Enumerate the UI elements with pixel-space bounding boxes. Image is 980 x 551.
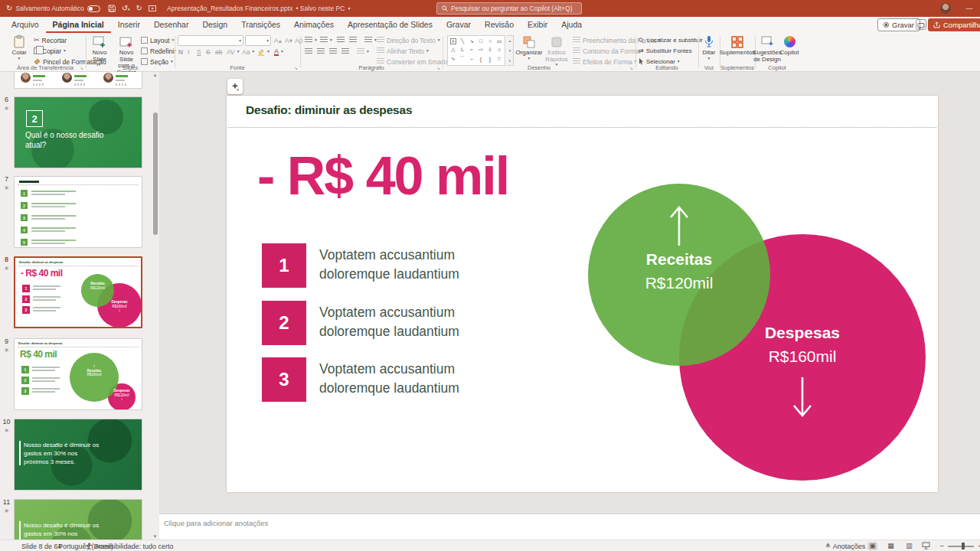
scroll-down-icon[interactable]: ▼ bbox=[152, 534, 158, 539]
list-item-number[interactable]: 2 bbox=[262, 301, 306, 345]
rounded-rect-shape-icon[interactable]: ▭ bbox=[497, 38, 502, 44]
thumbnail-slide-5[interactable] bbox=[14, 72, 142, 89]
align-right-button[interactable] bbox=[329, 47, 337, 57]
find-replace-button[interactable]: Localizar e substituir bbox=[639, 35, 703, 45]
accessibility-status[interactable]: Acessibilidade: tudo certo bbox=[86, 540, 174, 551]
columns-button[interactable]: ▾ bbox=[357, 47, 369, 57]
down-arrow-shape-icon[interactable]: ⇩ bbox=[488, 47, 492, 53]
align-left-button[interactable] bbox=[305, 47, 312, 57]
scroll-up-icon[interactable]: ▲ bbox=[152, 73, 158, 77]
rectangle-shape-icon[interactable]: □ bbox=[479, 38, 482, 44]
shapes-gallery-scroll[interactable]: ▴▾≡ bbox=[507, 35, 514, 66]
brace-right-shape-icon[interactable]: } bbox=[489, 57, 491, 62]
cut-button[interactable]: ✂Recortar bbox=[34, 35, 67, 45]
thumbnail-scrollbar[interactable]: ▲ ▼ bbox=[152, 72, 158, 540]
new-slide-button[interactable]: Novo Slide▾ bbox=[87, 34, 112, 67]
thumbnail-slide-9[interactable]: Desafio: diminuir as despesas R$ 40 mil … bbox=[14, 338, 142, 410]
redo-icon[interactable]: ↻ bbox=[136, 5, 142, 12]
oval-shape-icon[interactable]: ○ bbox=[488, 38, 492, 44]
line-shape-icon[interactable]: ╲ bbox=[461, 38, 464, 44]
thumbnail-slide-10[interactable]: Nosso desafio é diminuir os gastos em 30… bbox=[14, 419, 142, 491]
dialog-launcher-icon[interactable]: ↘ bbox=[629, 66, 633, 70]
list-item-number[interactable]: 3 bbox=[262, 357, 306, 402]
notes-pane[interactable]: Clique para adicionar anotações bbox=[159, 514, 980, 540]
text-direction-button[interactable]: Direção do Texto▾ bbox=[377, 35, 439, 45]
tab-arquivo[interactable]: Arquivo bbox=[5, 17, 46, 33]
tab-ajuda[interactable]: Ajuda bbox=[554, 17, 589, 33]
font-name-combo[interactable]: ▾ bbox=[178, 35, 243, 46]
record-button[interactable]: Gravar bbox=[877, 18, 920, 31]
scrollbar-thumb[interactable] bbox=[153, 112, 158, 235]
slideshow-from-start-icon[interactable] bbox=[149, 5, 156, 12]
tab-transicoes[interactable]: Transições bbox=[234, 17, 287, 33]
designer-button[interactable] bbox=[227, 79, 243, 94]
layout-button[interactable]: Layout▾ bbox=[141, 35, 174, 45]
textbox-shape-icon[interactable]: A bbox=[450, 38, 456, 44]
tilde-shape-icon[interactable]: ~ bbox=[470, 57, 473, 62]
design-ideas-button[interactable]: Sugestões de Design bbox=[755, 34, 779, 63]
list-item-text[interactable]: Voptatem accusantium doloremque laudanti… bbox=[319, 360, 488, 398]
arrange-button[interactable]: Organizar▾ bbox=[516, 34, 542, 60]
change-case-button[interactable]: Aa▾ bbox=[242, 47, 254, 57]
tab-exibir[interactable]: Exibir bbox=[521, 17, 554, 33]
align-center-button[interactable] bbox=[317, 47, 325, 57]
italic-button[interactable]: I bbox=[188, 47, 189, 57]
shrink-font-button[interactable]: A▾ bbox=[285, 35, 292, 45]
triangle-shape-icon[interactable]: △ bbox=[451, 47, 455, 53]
tab-pagina-inicial[interactable]: Página Inicial bbox=[46, 17, 111, 33]
thumbnail-slide-11[interactable]: Nosso desafio é diminuir os gastos em 30… bbox=[14, 499, 142, 540]
autosave-toggle[interactable] bbox=[87, 5, 100, 12]
arrow-shape-icon[interactable]: ↘ bbox=[469, 38, 474, 44]
star-shape-icon[interactable]: ☆ bbox=[497, 56, 501, 62]
paste-button[interactable]: Colar▾ bbox=[8, 34, 31, 60]
copy-button[interactable]: Copiar▾ bbox=[34, 46, 66, 56]
dialog-launcher-icon[interactable]: ↘ bbox=[294, 66, 298, 70]
search-input[interactable]: Pesquisar ou perguntar ao Copilot (Alt+Q… bbox=[436, 2, 582, 15]
comments-button[interactable] bbox=[916, 19, 926, 30]
character-spacing-button[interactable]: AV▾ bbox=[227, 47, 239, 57]
zoom-slider-handle[interactable] bbox=[962, 543, 965, 549]
tab-inserir[interactable]: Inserir bbox=[111, 17, 147, 33]
decrease-indent-button[interactable] bbox=[337, 35, 345, 45]
minimize-button[interactable]: — bbox=[963, 2, 975, 15]
underline-button[interactable]: S bbox=[197, 47, 201, 57]
dialog-launcher-icon[interactable]: ↘ bbox=[436, 66, 440, 70]
save-status[interactable]: • Salvo neste PC bbox=[296, 5, 345, 12]
slide-counter[interactable]: Slide 8 de 64 bbox=[21, 540, 62, 551]
highlight-color-button[interactable]: ▾ bbox=[257, 47, 270, 57]
view-slideshow-button[interactable] bbox=[921, 542, 931, 550]
tab-revisao[interactable]: Revisão bbox=[478, 17, 521, 33]
list-item-text[interactable]: Voptatem accusantium doloremque laudanti… bbox=[319, 246, 488, 284]
notes-toggle-button[interactable]: ≜ Anotações bbox=[825, 540, 865, 551]
thumbnail-slide-7[interactable]: 1 2 3 4 5 bbox=[14, 176, 142, 248]
tab-design[interactable]: Design bbox=[195, 17, 234, 33]
subscript-button[interactable]: ab bbox=[215, 47, 222, 57]
bullets-button[interactable]: ▾ bbox=[305, 35, 317, 45]
view-normal-button[interactable]: ▣ bbox=[867, 542, 877, 550]
home-shape-icon[interactable]: ⌂ bbox=[498, 47, 501, 52]
zoom-out-button[interactable]: − bbox=[937, 542, 947, 550]
grow-font-button[interactable]: A▴ bbox=[274, 35, 282, 45]
notes-placeholder[interactable]: Clique para adicionar anotações bbox=[164, 519, 268, 527]
reset-button[interactable]: Redefinir bbox=[141, 46, 176, 56]
justify-button[interactable] bbox=[341, 47, 349, 57]
elbow-shape-icon[interactable]: L bbox=[461, 47, 464, 52]
font-color-button[interactable]: A▾ bbox=[274, 47, 283, 57]
right-arrow-shape-icon[interactable]: ⇨ bbox=[479, 47, 483, 53]
shapes-gallery[interactable]: A ╲ ↘ □ ○ ▭ △ L ⌐ ⇨ ⇩ ⌂ ∿ ⌒ ~ { } ☆ bbox=[447, 35, 505, 66]
share-button[interactable]: Compartilhamento bbox=[928, 18, 980, 31]
copilot-button[interactable]: Copilot bbox=[779, 34, 799, 57]
bold-button[interactable]: N bbox=[178, 47, 183, 57]
font-size-combo[interactable]: ▾ bbox=[245, 35, 271, 46]
zoom-in-button[interactable]: + bbox=[975, 542, 980, 550]
increase-indent-button[interactable] bbox=[349, 35, 357, 45]
quick-styles-button[interactable]: Estilos Rápidos▾ bbox=[544, 34, 570, 67]
dictate-button[interactable]: Ditar▾ bbox=[698, 34, 720, 60]
tab-desenhar[interactable]: Desenhar bbox=[147, 17, 196, 33]
view-slide-sorter-button[interactable]: ▦ bbox=[886, 542, 896, 550]
slide-canvas[interactable]: Desafio: diminuir as despesas - R$ 40 mi… bbox=[227, 96, 938, 492]
zoom-slider-track[interactable] bbox=[948, 546, 974, 547]
numbering-button[interactable]: ▾ bbox=[320, 35, 332, 45]
thumbnail-slide-8-selected[interactable]: Desafio: diminuir as despesas - R$ 40 mi… bbox=[14, 256, 142, 328]
strikethrough-button[interactable]: S bbox=[206, 47, 211, 57]
